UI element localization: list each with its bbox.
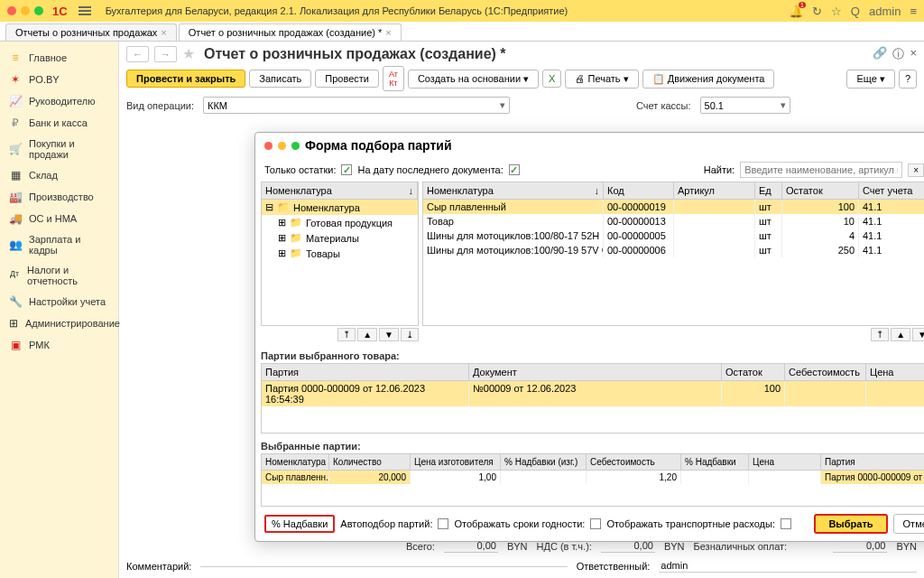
operation-type-input[interactable]: ККМ▾: [203, 97, 510, 114]
responsible-input[interactable]: admin: [659, 559, 917, 573]
select-button[interactable]: Выбрать: [814, 514, 887, 534]
dt-kt-icon[interactable]: АтКт: [383, 66, 404, 91]
sidebar-item-poby[interactable]: ✶PO.BY: [0, 69, 118, 90]
comment-row: Комментарий: Ответственный: admin: [126, 559, 917, 573]
close-icon[interactable]: ×: [161, 27, 166, 38]
col-mfr-price[interactable]: Цена изготовителя: [411, 454, 501, 470]
post-button[interactable]: Провести: [315, 70, 379, 88]
post-close-button[interactable]: Провести и закрыть: [126, 70, 245, 88]
cash-account-input[interactable]: 50.1▾: [700, 97, 790, 114]
sidebar-item-main[interactable]: ≡Главное: [0, 47, 118, 69]
menu-icon[interactable]: [79, 6, 91, 15]
last-doc-date-checkbox[interactable]: ✓: [509, 164, 520, 175]
goto-start-icon[interactable]: ⤒: [871, 328, 889, 341]
search-icon[interactable]: Q: [851, 5, 860, 18]
sidebar-item-rmk[interactable]: ▣РМК: [0, 334, 118, 356]
user-label[interactable]: admin: [869, 5, 901, 18]
tree-node[interactable]: ⊞📁Товары: [262, 246, 418, 261]
tab-reports[interactable]: Отчеты о розничных продажах×: [5, 23, 177, 41]
down-icon[interactable]: ▼: [912, 328, 924, 341]
modal-minimize[interactable]: [278, 142, 286, 150]
col-batch[interactable]: Партия: [262, 364, 469, 380]
movements-button[interactable]: 📋 Движения документа: [642, 70, 775, 89]
col-qty[interactable]: Количество: [329, 454, 411, 470]
settings-lines-icon[interactable]: ≡: [910, 5, 917, 18]
write-button[interactable]: Записать: [249, 70, 311, 88]
sidebar-item-hr[interactable]: 👥Зарплата и кадры: [0, 229, 118, 260]
print-button[interactable]: 🖨 Печать ▾: [565, 70, 638, 89]
goto-start-icon[interactable]: ⤒: [337, 328, 356, 341]
show-expiry-checkbox[interactable]: [590, 518, 601, 529]
col-cost[interactable]: Себестоимость: [587, 454, 681, 470]
maximize-window[interactable]: [34, 6, 43, 15]
clear-search-icon[interactable]: ×: [908, 163, 924, 177]
col-account[interactable]: Счет учета: [859, 182, 924, 199]
tab-report-create[interactable]: Отчет о розничных продажах (создание) *×: [179, 23, 402, 41]
col-code[interactable]: Код: [604, 182, 674, 199]
selected-row[interactable]: Сыр плавленн... 20,000 1,00 1,20 Партия …: [262, 471, 924, 484]
sidebar-item-stock[interactable]: ▦Склад: [0, 164, 118, 186]
col-batch[interactable]: Партия: [821, 454, 924, 470]
link-icon[interactable]: 🔗: [873, 46, 887, 62]
help-button[interactable]: ?: [899, 70, 917, 89]
up-icon[interactable]: ▲: [357, 328, 377, 341]
tree-node[interactable]: ⊞📁Готовая продукция: [262, 215, 418, 230]
favorites-icon[interactable]: ☆: [831, 5, 842, 18]
close-doc-icon[interactable]: ×: [910, 46, 917, 62]
sidebar-item-assets[interactable]: 🚚ОС и НМА: [0, 208, 118, 229]
item-row[interactable]: Шины для мотоциклов:100/80-17 52H ROADRI…: [423, 228, 924, 243]
item-row[interactable]: Товар00-00000013шт1041.1: [423, 214, 924, 228]
create-based-button[interactable]: Создать на основании ▾: [408, 70, 539, 89]
col-name[interactable]: Номенклатура: [262, 454, 329, 470]
info-icon[interactable]: ⓘ: [892, 46, 904, 62]
auto-select-checkbox[interactable]: [438, 518, 448, 529]
col-unit[interactable]: Ед: [755, 182, 782, 199]
nav-forward[interactable]: →: [154, 46, 177, 62]
close-window[interactable]: [7, 6, 16, 15]
tree-node[interactable]: ⊞📁Материалы: [262, 230, 418, 246]
goto-end-icon[interactable]: ⤓: [401, 328, 419, 341]
sidebar-item-tax[interactable]: ДтНалоги и отчетность: [0, 260, 118, 291]
favorite-icon[interactable]: ★: [182, 45, 195, 62]
show-transport-checkbox[interactable]: [781, 518, 791, 529]
history-icon[interactable]: ↻: [812, 5, 822, 18]
sidebar-item-production[interactable]: 🏭Производство: [0, 186, 118, 208]
modal-maximize[interactable]: [291, 142, 300, 150]
markup-button[interactable]: % Надбавки: [264, 515, 335, 533]
item-row[interactable]: Сыр плавленный00-00000019шт10041.1: [423, 200, 924, 214]
sidebar-item-bank[interactable]: ₽Банк и касса: [0, 112, 118, 134]
comment-input[interactable]: [200, 564, 567, 567]
modal-close[interactable]: [264, 142, 273, 150]
down-icon[interactable]: ▼: [379, 328, 399, 341]
item-row[interactable]: Шины для мотоциклов:100/90-19 57V COBRA …: [423, 243, 924, 257]
sidebar-item-sales[interactable]: 🛒Покупки и продажи: [0, 134, 118, 164]
more-button[interactable]: Еще ▾: [846, 70, 894, 89]
sidebar-item-manager[interactable]: 📈Руководителю: [0, 90, 118, 112]
col-article[interactable]: Артикул: [674, 182, 755, 199]
only-balance-checkbox[interactable]: ✓: [341, 164, 352, 175]
nav-back[interactable]: ←: [126, 46, 149, 62]
tree-header[interactable]: Номенклатура ↓: [262, 182, 418, 199]
col-markup[interactable]: % Надбавки: [681, 454, 749, 470]
sidebar-item-admin[interactable]: ⊞Администрирование: [0, 312, 118, 334]
sidebar-item-settings[interactable]: 🔧Настройки учета: [0, 291, 118, 312]
cancel-button[interactable]: Отмена: [893, 514, 924, 534]
notifications-icon[interactable]: 🔔1: [789, 5, 803, 18]
items-toolbar: ⤒ ▲ ▼ ⤓: [422, 326, 924, 343]
col-price[interactable]: Цена: [749, 454, 821, 470]
tree-node[interactable]: ⊟📁Номенклатура: [262, 200, 418, 215]
col-balance[interactable]: Остаток: [782, 182, 859, 199]
batches-label: Партии выбранного товара:: [255, 343, 924, 363]
excel-icon[interactable]: X: [542, 70, 561, 88]
search-input[interactable]: [740, 162, 902, 178]
col-cost[interactable]: Себестоимость: [785, 364, 866, 380]
col-doc[interactable]: Документ: [469, 364, 722, 380]
batch-row[interactable]: Партия 0000-000009 от 12.06.2023 16:54:3…: [262, 381, 924, 406]
col-balance[interactable]: Остаток: [722, 364, 785, 380]
col-markup-mfr[interactable]: % Надбавки (изг.): [501, 454, 587, 470]
col-name[interactable]: Номенклатура ↓: [423, 182, 604, 199]
close-icon[interactable]: ×: [385, 27, 391, 38]
col-price[interactable]: Цена: [866, 364, 924, 380]
up-icon[interactable]: ▲: [891, 328, 910, 341]
minimize-window[interactable]: [21, 6, 30, 15]
